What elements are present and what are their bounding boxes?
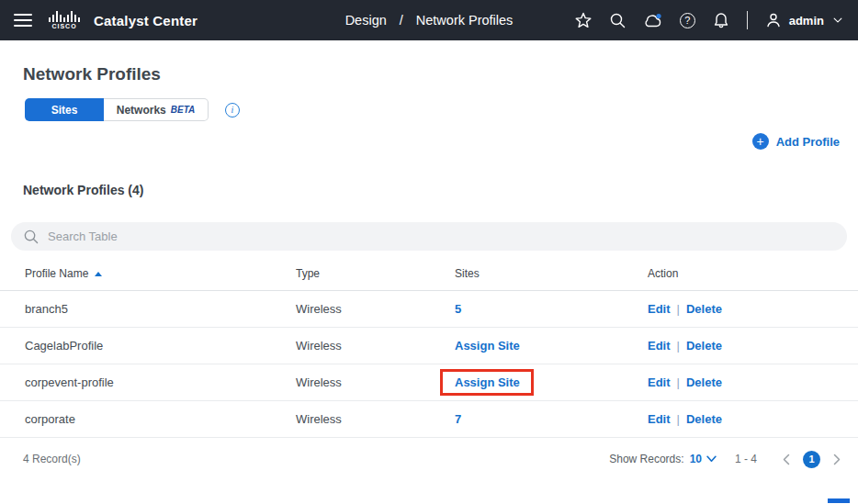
profile-name-cell: corporate xyxy=(25,412,296,426)
delete-link[interactable]: Delete xyxy=(686,375,722,389)
previous-page-icon[interactable] xyxy=(783,454,790,465)
add-profile-label: Add Profile xyxy=(776,135,840,149)
tab-sites[interactable]: Sites xyxy=(25,98,104,121)
sites-link[interactable]: 5 xyxy=(455,302,461,316)
delete-link[interactable]: Delete xyxy=(686,339,722,353)
tabs-row: Sites Networks BETA i xyxy=(25,98,858,121)
breadcrumb-design[interactable]: Design xyxy=(345,13,387,28)
action-separator: | xyxy=(677,302,680,316)
sites-link[interactable]: 7 xyxy=(455,412,461,426)
catalyst-center-app: CISCO Catalyst Center Design / Network P… xyxy=(0,0,858,504)
header-divider xyxy=(747,11,748,29)
action-separator: | xyxy=(677,339,680,353)
column-action[interactable]: Action xyxy=(648,267,843,280)
column-type[interactable]: Type xyxy=(296,267,455,280)
search-table-input[interactable] xyxy=(48,230,835,243)
type-cell: Wireless xyxy=(296,375,455,389)
type-cell: Wireless xyxy=(296,412,455,426)
breadcrumb: Design / Network Profiles xyxy=(345,13,514,28)
add-profile-row: + Add Profile xyxy=(0,133,840,150)
show-records-value: 10 xyxy=(690,453,702,465)
header-icon-group: ? admin xyxy=(575,11,844,29)
user-avatar-icon xyxy=(765,12,782,28)
pagination: 1 xyxy=(783,451,841,468)
action-cell: Edit | Delete xyxy=(648,302,843,316)
tab-group: Sites Networks BETA xyxy=(25,98,209,121)
table-header-row: Profile Name Type Sites Action xyxy=(0,251,858,291)
footer-controls: Show Records: 10 1 - 4 1 xyxy=(609,451,841,468)
show-records-label: Show Records: xyxy=(609,453,683,465)
favorites-star-icon[interactable] xyxy=(575,12,592,28)
horizontal-scrollbar-thumb[interactable] xyxy=(828,498,850,503)
table-heading: Network Profiles (4) xyxy=(23,183,858,197)
show-records-dropdown[interactable]: 10 xyxy=(690,453,717,465)
record-count: 4 Record(s) xyxy=(23,453,81,465)
profile-name-cell: branch5 xyxy=(25,302,296,316)
assign-site-link[interactable]: Assign Site xyxy=(455,375,520,389)
notifications-bell-icon[interactable] xyxy=(713,12,729,28)
chevron-down-icon xyxy=(706,455,717,463)
edit-link[interactable]: Edit xyxy=(648,339,671,353)
search-bar xyxy=(11,222,847,251)
chevron-down-icon xyxy=(831,14,844,27)
column-sites[interactable]: Sites xyxy=(455,267,648,280)
column-profile-name-label: Profile Name xyxy=(25,267,88,280)
next-page-icon[interactable] xyxy=(833,454,841,465)
edit-link[interactable]: Edit xyxy=(648,302,671,316)
tab-networks-label: Networks xyxy=(117,104,166,117)
search-icon[interactable] xyxy=(609,12,626,28)
table-footer: 4 Record(s) Show Records: 10 1 - 4 1 xyxy=(0,438,858,480)
cloud-status-icon[interactable] xyxy=(643,13,662,28)
profile-name-cell: corpevent-profile xyxy=(25,375,296,389)
edit-link[interactable]: Edit xyxy=(648,412,671,426)
action-cell: Edit | Delete xyxy=(648,339,843,353)
info-icon[interactable]: i xyxy=(225,103,240,118)
beta-badge: BETA xyxy=(171,105,195,115)
help-icon[interactable]: ? xyxy=(680,13,695,28)
delete-link[interactable]: Delete xyxy=(686,302,722,316)
search-table-icon xyxy=(23,229,39,244)
record-range: 1 - 4 xyxy=(735,453,757,465)
action-separator: | xyxy=(677,412,680,426)
page-title: Network Profiles xyxy=(23,64,858,84)
user-name: admin xyxy=(789,14,824,28)
action-cell: Edit | Delete xyxy=(648,412,843,426)
breadcrumb-network-profiles[interactable]: Network Profiles xyxy=(416,13,514,28)
plus-circle-icon: + xyxy=(752,133,769,150)
cisco-logo-bars-icon xyxy=(49,11,80,22)
add-profile-button[interactable]: + Add Profile xyxy=(752,133,840,150)
action-cell: Edit | Delete xyxy=(648,375,843,389)
table-row: corporate Wireless 7 Edit | Delete xyxy=(0,401,858,438)
edit-link[interactable]: Edit xyxy=(648,375,671,389)
table-row: corpevent-profile Wireless Assign Site E… xyxy=(0,364,858,401)
assign-site-link[interactable]: Assign Site xyxy=(455,339,520,353)
user-menu[interactable]: admin xyxy=(765,12,844,28)
profile-name-cell: CagelabProfile xyxy=(25,339,296,353)
type-cell: Wireless xyxy=(296,302,455,316)
app-header: CISCO Catalyst Center Design / Network P… xyxy=(0,0,858,40)
tab-networks[interactable]: Networks BETA xyxy=(104,98,209,121)
type-cell: Wireless xyxy=(296,339,455,353)
action-separator: | xyxy=(677,375,680,389)
delete-link[interactable]: Delete xyxy=(686,412,722,426)
red-highlight-annotation: Assign Site xyxy=(440,369,534,396)
column-profile-name[interactable]: Profile Name xyxy=(25,267,296,280)
app-title: Catalyst Center xyxy=(94,13,198,28)
sort-ascending-icon xyxy=(95,272,102,276)
menu-hamburger-icon[interactable] xyxy=(14,14,32,27)
table-row: CagelabProfile Wireless Assign Site Edit… xyxy=(0,328,858,364)
cisco-logo: CISCO xyxy=(49,11,80,29)
cisco-wordmark: CISCO xyxy=(51,23,76,29)
table-row: branch5 Wireless 5 Edit | Delete xyxy=(0,291,858,328)
page-number-button[interactable]: 1 xyxy=(803,451,820,468)
breadcrumb-separator: / xyxy=(400,13,403,28)
